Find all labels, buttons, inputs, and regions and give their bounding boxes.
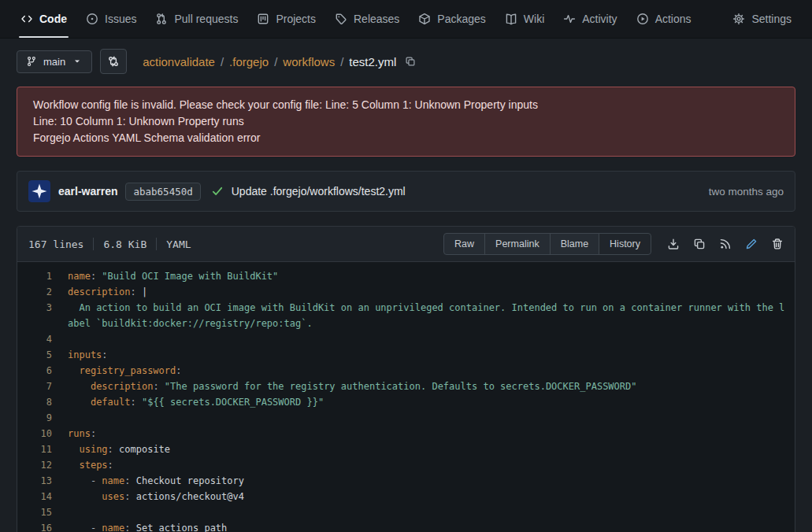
tag-icon — [335, 13, 347, 25]
nav-item-code[interactable]: Code — [11, 0, 76, 38]
nav-item-packages[interactable]: Packages — [409, 0, 495, 38]
line-number[interactable]: 1 — [17, 268, 68, 284]
code-content: steps: — [68, 457, 795, 473]
code-line: 12 steps: — [17, 457, 795, 473]
breadcrumb-item--forgejo[interactable]: .forgejo — [229, 55, 269, 68]
nav-item-activity[interactable]: Activity — [554, 0, 626, 38]
breadcrumb-separator: / — [221, 55, 224, 68]
line-number[interactable]: 13 — [17, 473, 68, 489]
nav-item-label: Wiki — [524, 13, 544, 25]
breadcrumb-separator: / — [340, 55, 343, 68]
download-icon — [667, 238, 680, 250]
nav-item-pull-requests[interactable]: Pull requests — [146, 0, 247, 38]
history-button[interactable]: History — [599, 233, 651, 255]
line-number[interactable]: 11 — [17, 441, 68, 457]
line-number[interactable]: 16 — [17, 520, 68, 532]
code-line: 9 — [17, 410, 795, 426]
repo-file-page: CodeIssuesPull requestsProjectsReleasesP… — [0, 0, 812, 532]
code-line: 15 — [17, 504, 795, 520]
file-header: 167 lines 6.8 KiB YAML RawPermalinkBlame… — [17, 227, 795, 262]
code-token: "The password for the registry authentic… — [165, 381, 637, 392]
line-number[interactable]: 15 — [17, 504, 68, 520]
line-number[interactable]: 12 — [17, 457, 68, 473]
error-message-line: Workflow config file is invalid. Please … — [33, 97, 779, 113]
code-token: : — [130, 397, 141, 408]
nav-item-wiki[interactable]: Wiki — [495, 0, 554, 38]
play-circle-icon — [636, 13, 649, 25]
rss-button[interactable] — [719, 238, 732, 250]
line-number[interactable]: 5 — [17, 347, 68, 363]
line-number[interactable]: 2 — [17, 284, 68, 300]
code-line: 8 default: "${{ secrets.DOCKER_PASSWORD … — [17, 394, 795, 410]
error-banner: Workflow config file is invalid. Please … — [17, 87, 795, 157]
code-token: Checkout repository — [136, 475, 244, 486]
code-token — [68, 365, 79, 376]
breadcrumb-item-actionvalidate[interactable]: actionvalidate — [143, 55, 215, 68]
code-token: "Build OCI Image with BuildKit" — [102, 271, 278, 282]
line-number[interactable]: 10 — [17, 426, 68, 441]
code-token: description — [91, 381, 153, 392]
edit-button[interactable] — [745, 238, 758, 250]
code-token: description — [68, 286, 130, 297]
edit-icon — [745, 238, 758, 250]
copy-path-button[interactable] — [405, 56, 416, 67]
permalink-button[interactable]: Permalink — [484, 233, 551, 255]
branch-select-button[interactable]: main — [17, 50, 92, 73]
divider — [156, 238, 157, 250]
nav-item-label: Code — [39, 13, 67, 25]
code-token: : — [176, 365, 181, 376]
commit-sha[interactable]: abab65450d — [125, 183, 200, 201]
code-content — [68, 331, 795, 347]
compare-icon — [107, 55, 120, 68]
file-action-icons — [667, 238, 784, 250]
breadcrumb-separator: / — [274, 55, 277, 68]
top-nav-spacer — [701, 0, 724, 38]
code-token: : — [153, 381, 164, 392]
nav-item-actions[interactable]: Actions — [627, 0, 701, 38]
code-token: using — [79, 444, 107, 455]
avatar[interactable] — [28, 180, 50, 202]
compare-button[interactable] — [100, 49, 127, 74]
code-line: 10runs: — [17, 426, 795, 441]
commit-message[interactable]: Update .forgejo/workflows/test2.yml — [232, 185, 406, 198]
nav-item-issues[interactable]: Issues — [76, 0, 146, 38]
code-token: : — [124, 491, 135, 502]
copy-icon — [405, 56, 416, 67]
file-lines-count: 167 lines — [28, 238, 83, 250]
line-number[interactable]: 9 — [17, 410, 68, 426]
code-content: description: "The password for the regis… — [68, 379, 795, 394]
download-button[interactable] — [667, 238, 680, 250]
copy-button[interactable] — [693, 238, 706, 250]
blame-button[interactable]: Blame — [550, 233, 599, 255]
line-number[interactable]: 14 — [17, 489, 68, 504]
code-token: - — [68, 523, 102, 532]
breadcrumb: actionvalidate/.forgejo/workflows/test2.… — [143, 55, 416, 68]
breadcrumb-item-workflows[interactable]: workflows — [283, 55, 335, 68]
file-view-buttons: RawPermalinkBlameHistory — [443, 233, 651, 255]
avatar-image — [28, 180, 50, 202]
line-number[interactable]: 7 — [17, 379, 68, 394]
nav-item-label: Packages — [437, 13, 485, 25]
line-number[interactable]: 4 — [17, 331, 68, 347]
nav-item-projects[interactable]: Projects — [247, 0, 325, 38]
error-message-line: Line: 10 Column 1: Unknown Property runs — [33, 113, 779, 130]
line-number[interactable]: 3 — [17, 300, 68, 331]
code-token: An action to build an OCI image with Bui… — [68, 302, 784, 329]
code-line: 4 — [17, 331, 795, 347]
code-token: inputs — [68, 349, 102, 360]
delete-button[interactable] — [771, 238, 784, 250]
nav-item-releases[interactable]: Releases — [325, 0, 409, 38]
line-number[interactable]: 8 — [17, 394, 68, 410]
code-token: : — [124, 475, 135, 486]
copy-icon — [693, 238, 706, 250]
nav-item-settings[interactable]: Settings — [723, 0, 801, 38]
code-content: default: "${{ secrets.DOCKER_PASSWORD }}… — [68, 394, 795, 410]
commit-author[interactable]: earl-warren — [58, 185, 117, 198]
nav-item-label: Activity — [582, 13, 617, 25]
line-number[interactable]: 6 — [17, 363, 68, 379]
pull-request-icon — [155, 13, 168, 25]
commit-bar: earl-warren abab65450d Update .forgejo/w… — [17, 171, 795, 212]
raw-button[interactable]: Raw — [443, 233, 485, 255]
package-icon — [418, 13, 431, 25]
gear-icon — [732, 13, 745, 25]
